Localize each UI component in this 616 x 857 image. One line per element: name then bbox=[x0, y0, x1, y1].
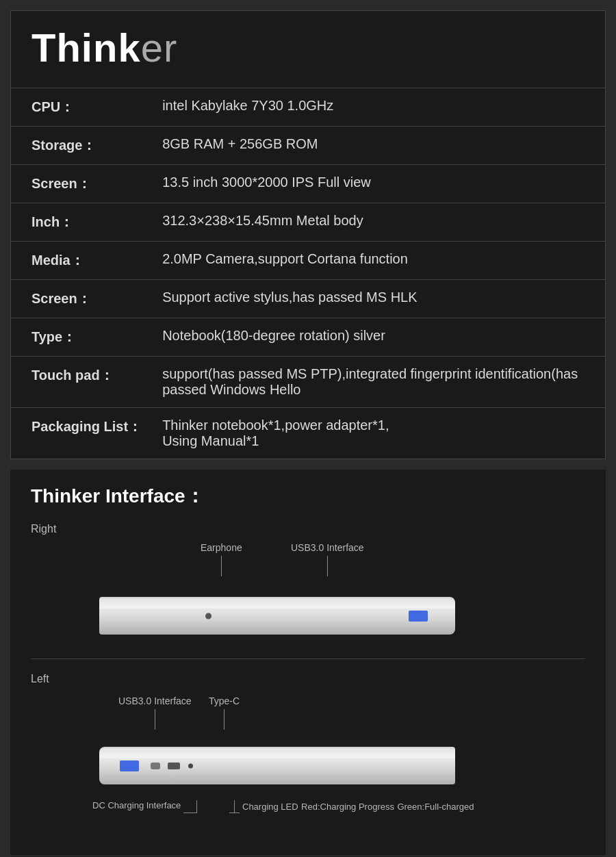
dc-hline bbox=[183, 813, 197, 813]
spec-value-0: intel Kabylake 7Y30 1.0GHz bbox=[155, 88, 605, 127]
spec-row-7: Touch pad：support(has passed MS PTP),int… bbox=[11, 357, 605, 408]
dc-label: DC Charging Interface bbox=[92, 800, 181, 810]
spec-value-8: Thinker notebook*1,power adapter*1,Using… bbox=[155, 408, 605, 459]
interface-title: Thinker Interface： bbox=[31, 483, 585, 509]
spec-row-5: Screen：Support active stylus,has passed … bbox=[11, 280, 605, 318]
usb3-left-line bbox=[155, 709, 155, 730]
page-wrapper: Thinker CPU：intel Kabylake 7Y30 1.0GHzSt… bbox=[0, 0, 616, 857]
spec-row-1: Storage：8GB RAM + 256GB ROM bbox=[11, 127, 605, 165]
spec-label-5: Screen： bbox=[11, 280, 155, 318]
earphone-label: Earphone bbox=[201, 542, 242, 553]
spec-value-1: 8GB RAM + 256GB ROM bbox=[155, 127, 605, 165]
earphone-line bbox=[221, 556, 222, 576]
specs-section: Thinker CPU：intel Kabylake 7Y30 1.0GHzSt… bbox=[10, 10, 606, 459]
left-side-diagram: Left USB3.0 Interface Type-C bbox=[31, 673, 585, 828]
spec-label-6: Type： bbox=[11, 318, 155, 357]
usb3-port-right bbox=[409, 611, 428, 622]
usb3-port-left bbox=[120, 760, 139, 771]
laptop-left-body bbox=[99, 747, 455, 784]
spec-row-6: Type：Notebook(180-degree rotation) silve… bbox=[11, 318, 605, 357]
spec-label-2: Screen： bbox=[11, 165, 155, 203]
usb3-left-label: USB3.0 Interface bbox=[118, 695, 192, 706]
left-label: Left bbox=[31, 673, 585, 685]
specs-table: CPU：intel Kabylake 7Y30 1.0GHzStorage：8G… bbox=[11, 88, 605, 459]
brand-header: Thinker bbox=[11, 11, 605, 88]
charging-led-port bbox=[188, 763, 193, 768]
earphone-port bbox=[205, 613, 211, 619]
section-divider bbox=[31, 658, 585, 659]
spec-label-1: Storage： bbox=[11, 127, 155, 165]
spec-value-4: 2.0MP Camera,support Cortana function bbox=[155, 242, 605, 280]
spec-label-3: Inch： bbox=[11, 203, 155, 242]
spec-value-3: 312.3×238×15.45mm Metal body bbox=[155, 203, 605, 242]
brand-title: Thinker bbox=[31, 25, 585, 71]
right-side-diagram: Right Earphone USB3.0 Interface bbox=[31, 523, 585, 645]
spec-value-6: Notebook(180-degree rotation) silver bbox=[155, 318, 605, 357]
laptop-right-body bbox=[99, 597, 455, 635]
usb-label: USB3.0 Interface bbox=[291, 542, 364, 553]
spec-label-8: Packaging List： bbox=[11, 408, 155, 459]
charging-led-label: Charging LED bbox=[242, 802, 298, 812]
spec-label-4: Media： bbox=[11, 242, 155, 280]
brand-bold: Think bbox=[31, 25, 141, 70]
led-hline bbox=[229, 813, 240, 813]
typec-port bbox=[168, 763, 180, 769]
spec-label-0: CPU： bbox=[11, 88, 155, 127]
spec-label-7: Touch pad： bbox=[11, 357, 155, 408]
brand-light: er bbox=[141, 25, 178, 70]
sheen-left bbox=[99, 748, 455, 758]
usb-line bbox=[327, 556, 328, 576]
spec-row-8: Packaging List：Thinker notebook*1,power … bbox=[11, 408, 605, 459]
spec-row-4: Media：2.0MP Camera,support Cortana funct… bbox=[11, 242, 605, 280]
typec-line bbox=[224, 709, 224, 730]
spec-value-7: support(has passed MS PTP),integrated fi… bbox=[155, 357, 605, 408]
led-vline bbox=[234, 800, 235, 813]
right-label: Right bbox=[31, 523, 585, 535]
dc-vline bbox=[196, 800, 197, 813]
interface-section: Thinker Interface： Right Earphone USB3.0… bbox=[10, 470, 606, 855]
red-text: Red:Charging Progress bbox=[301, 802, 394, 812]
spec-row-2: Screen：13.5 inch 3000*2000 IPS Full view bbox=[11, 165, 605, 203]
spec-value-2: 13.5 inch 3000*2000 IPS Full view bbox=[155, 165, 605, 203]
spec-row-3: Inch：312.3×238×15.45mm Metal body bbox=[11, 203, 605, 242]
spec-row-0: CPU：intel Kabylake 7Y30 1.0GHz bbox=[11, 88, 605, 127]
dc-port bbox=[151, 763, 160, 769]
typec-label: Type-C bbox=[209, 695, 240, 706]
spec-value-5: Support active stylus,has passed MS HLK bbox=[155, 280, 605, 318]
green-text: Green:Full-charged bbox=[397, 802, 474, 812]
sheen bbox=[99, 598, 455, 609]
